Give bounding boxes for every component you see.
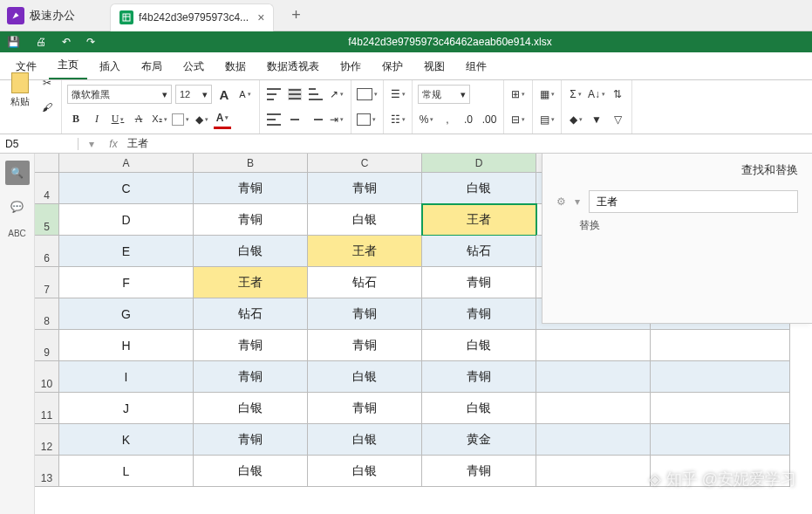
conditional-format-icon[interactable]: ▦: [538, 85, 556, 104]
row-header-13[interactable]: 13: [35, 456, 59, 487]
percent-button[interactable]: %: [418, 110, 435, 129]
cell[interactable]: H: [59, 330, 194, 361]
cell[interactable]: 青铜: [422, 298, 536, 330]
name-box[interactable]: D5: [0, 138, 78, 150]
paste-button[interactable]: 粘贴: [5, 72, 35, 118]
cell[interactable]: 白银: [308, 424, 422, 456]
filter-icon[interactable]: ▼: [588, 110, 605, 129]
col-header-A[interactable]: A: [59, 154, 194, 173]
spreadsheet-grid[interactable]: ABCDEF 45678910111213 C青铜青铜白银D青铜白银王者E白银王…: [35, 154, 812, 514]
search-icon[interactable]: 🔍: [5, 161, 30, 185]
row-header-10[interactable]: 10: [35, 361, 59, 393]
print-icon[interactable]: 🖨: [36, 36, 46, 48]
align-middle-icon[interactable]: [286, 85, 304, 104]
cell[interactable]: G: [59, 298, 194, 330]
cell[interactable]: 王者: [308, 236, 422, 267]
row-header-6[interactable]: 6: [35, 236, 59, 267]
cell[interactable]: 白银: [422, 330, 536, 361]
merge-cells-button[interactable]: [357, 85, 378, 104]
font-size-select[interactable]: 12▾: [175, 85, 212, 104]
cell[interactable]: K: [59, 424, 194, 456]
row-header-12[interactable]: 12: [35, 424, 59, 456]
menu-data[interactable]: 数据: [216, 54, 255, 79]
table-format-icon[interactable]: ▤: [538, 110, 556, 129]
clear-filter-icon[interactable]: ▽: [609, 110, 626, 129]
wrap-text-button[interactable]: [357, 110, 376, 129]
find-input[interactable]: [589, 190, 798, 213]
replace-label[interactable]: 替换: [542, 218, 812, 233]
comma-button[interactable]: ,: [439, 110, 456, 129]
cell[interactable]: 黄金: [422, 424, 536, 456]
cell[interactable]: 白银: [308, 456, 422, 487]
menu-insert[interactable]: 插入: [91, 54, 129, 79]
cell[interactable]: 白银: [422, 393, 536, 424]
decrease-font-icon[interactable]: A: [236, 85, 254, 104]
cell[interactable]: 青铜: [422, 267, 536, 298]
subscript-button[interactable]: X₂: [151, 110, 168, 129]
italic-button[interactable]: I: [88, 110, 106, 129]
options-dropdown-icon[interactable]: ▾: [575, 195, 580, 208]
save-icon[interactable]: 💾: [7, 36, 20, 48]
cell[interactable]: 青铜: [194, 330, 308, 361]
col-header-D[interactable]: D: [422, 154, 536, 173]
autosum-icon[interactable]: Σ: [567, 85, 584, 104]
cell[interactable]: F: [59, 267, 194, 298]
bold-button[interactable]: B: [67, 110, 85, 129]
row-header-4[interactable]: 4: [35, 173, 59, 204]
sort-asc-icon[interactable]: A↓: [588, 85, 605, 104]
cell[interactable]: 白银: [194, 393, 308, 424]
col-header-C[interactable]: C: [308, 154, 422, 173]
cell[interactable]: 白银: [194, 456, 308, 487]
sort-filter-icon[interactable]: ⇅: [609, 85, 626, 104]
menu-layout[interactable]: 布局: [133, 54, 171, 79]
close-icon[interactable]: ×: [257, 10, 264, 24]
font-family-select[interactable]: 微软雅黑▾: [67, 85, 172, 104]
align-bottom-icon[interactable]: [307, 85, 324, 104]
cell[interactable]: J: [59, 393, 194, 424]
cell[interactable]: 青铜: [308, 393, 422, 424]
underline-button[interactable]: U: [109, 110, 126, 129]
row-header-5[interactable]: 5: [35, 204, 59, 236]
gear-icon[interactable]: ⚙: [556, 195, 566, 208]
menu-pivot[interactable]: 数据透视表: [258, 54, 328, 79]
comment-icon[interactable]: 💬: [10, 201, 24, 213]
strikethrough-button[interactable]: A: [130, 110, 147, 129]
cell[interactable]: 白银: [422, 173, 536, 204]
cell[interactable]: 王者: [194, 267, 308, 298]
row-header-8[interactable]: 8: [35, 298, 59, 330]
cell[interactable]: 青铜: [194, 204, 308, 236]
delete-cell-icon[interactable]: ⊟: [509, 110, 527, 129]
cell[interactable]: [536, 330, 651, 361]
align-top-icon[interactable]: [265, 85, 283, 104]
menu-protect[interactable]: 保护: [373, 54, 412, 79]
select-all-corner[interactable]: [35, 154, 59, 173]
cell[interactable]: 青铜: [422, 361, 536, 393]
cell[interactable]: 青铜: [194, 424, 308, 456]
cell[interactable]: 钻石: [308, 267, 422, 298]
cell[interactable]: I: [59, 361, 194, 393]
menu-formula[interactable]: 公式: [174, 54, 213, 79]
cut-icon[interactable]: ✂: [38, 73, 56, 93]
insert-cell-icon[interactable]: ⊞: [509, 85, 527, 104]
cell[interactable]: 钻石: [194, 298, 308, 330]
text-wrap-icon[interactable]: ☰: [389, 85, 406, 104]
cell[interactable]: 青铜: [308, 330, 422, 361]
cell[interactable]: 青铜: [194, 361, 308, 393]
namebox-dropdown-icon[interactable]: ▾: [78, 138, 105, 150]
redo-icon[interactable]: ↷: [86, 36, 95, 48]
cell[interactable]: 青铜: [308, 298, 422, 330]
clear-icon[interactable]: ◆: [567, 110, 584, 129]
cell[interactable]: [651, 393, 790, 424]
cell[interactable]: C: [59, 173, 194, 204]
formula-input[interactable]: 王者: [122, 136, 812, 151]
new-tab-button[interactable]: +: [291, 6, 301, 24]
row-header-9[interactable]: 9: [35, 330, 59, 361]
indent-icon[interactable]: ⇥: [328, 110, 345, 129]
cell[interactable]: 钻石: [422, 236, 536, 267]
abc-icon[interactable]: ABC: [8, 229, 26, 238]
cell[interactable]: 青铜: [422, 456, 536, 487]
cell[interactable]: L: [59, 456, 194, 487]
col-header-B[interactable]: B: [194, 154, 308, 173]
row-header-11[interactable]: 11: [35, 393, 59, 424]
font-color-button[interactable]: A: [214, 110, 231, 129]
